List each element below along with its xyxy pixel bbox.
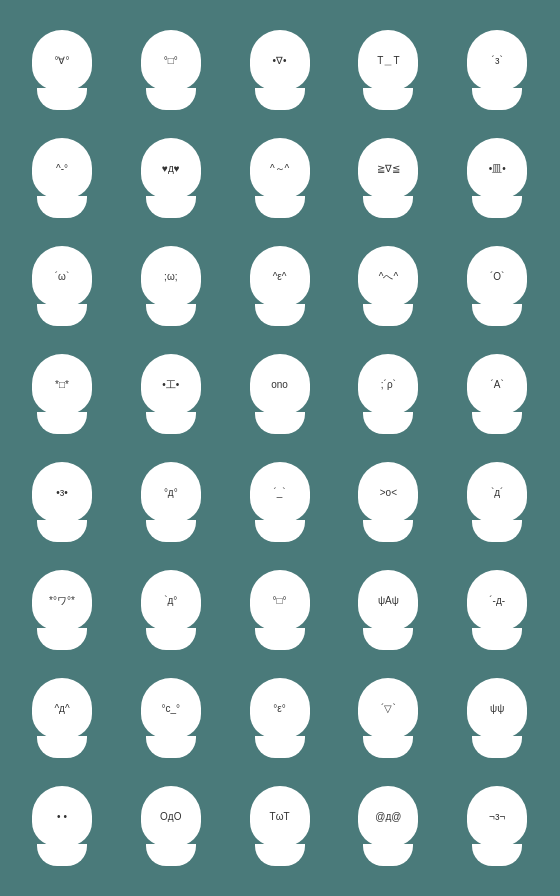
emoji-body [472, 196, 522, 218]
emoji-body [363, 88, 413, 110]
emoji-face-text: ψψ [490, 703, 504, 714]
list-item[interactable]: ψψ [445, 666, 549, 770]
emoji-face-text: *°ワ°* [49, 595, 75, 606]
emoji-body [37, 196, 87, 218]
emoji-face-text: ´з` [492, 55, 503, 66]
emoji-face-text: ^～^ [270, 163, 289, 174]
emoji-body [255, 412, 305, 434]
list-item[interactable]: ;ω; [119, 234, 223, 338]
list-item[interactable]: OдO [119, 774, 223, 878]
list-item[interactable]: °□° [228, 558, 332, 662]
emoji-body [255, 304, 305, 326]
list-item[interactable]: T＿T [336, 18, 440, 122]
emoji-body [146, 412, 196, 434]
list-item[interactable]: •з• [10, 450, 114, 554]
list-item[interactable]: ^へ^ [336, 234, 440, 338]
emoji-body [37, 520, 87, 542]
emoji-face-text: °□° [273, 595, 287, 606]
emoji-face-text: •皿• [489, 163, 506, 174]
emoji-body [472, 736, 522, 758]
list-item[interactable]: •∇• [228, 18, 332, 122]
emoji-face-text: °c_° [162, 703, 181, 714]
emoji-face-text: °□° [164, 55, 178, 66]
list-item[interactable]: •皿• [445, 126, 549, 230]
list-item[interactable]: ´_` [228, 450, 332, 554]
list-item[interactable]: ≧∇≦ [336, 126, 440, 230]
list-item[interactable]: ´ω` [10, 234, 114, 338]
list-item[interactable]: TωT [228, 774, 332, 878]
emoji-body [363, 412, 413, 434]
list-item[interactable]: ♥д♥ [119, 126, 223, 230]
emoji-body [363, 304, 413, 326]
emoji-body [37, 844, 87, 866]
list-item[interactable]: ^～^ [228, 126, 332, 230]
list-item[interactable]: ^ε^ [228, 234, 332, 338]
emoji-body [146, 736, 196, 758]
emoji-body [363, 520, 413, 542]
list-item[interactable]: *□* [10, 342, 114, 446]
emoji-face-text: T＿T [377, 55, 399, 66]
list-item[interactable]: ´O` [445, 234, 549, 338]
emoji-face-text: ^-° [56, 163, 68, 174]
emoji-face-text: ψAψ [378, 595, 399, 606]
list-item[interactable]: •工• [119, 342, 223, 446]
list-item[interactable]: °∀° [10, 18, 114, 122]
emoji-face-text: *□* [55, 379, 69, 390]
emoji-body [472, 520, 522, 542]
list-item[interactable]: ono [228, 342, 332, 446]
list-item[interactable]: °ε° [228, 666, 332, 770]
emoji-body [146, 196, 196, 218]
list-item[interactable]: >o< [336, 450, 440, 554]
emoji-body [472, 304, 522, 326]
list-item[interactable]: @д@ [336, 774, 440, 878]
emoji-body [146, 88, 196, 110]
list-item[interactable]: ´A` [445, 342, 549, 446]
emoji-body [146, 304, 196, 326]
emoji-body [37, 88, 87, 110]
emoji-body [37, 628, 87, 650]
emoji-body [363, 196, 413, 218]
emoji-face-text: ´_` [273, 487, 285, 498]
emoji-face-text: ´▽` [381, 703, 396, 714]
emoji-face-text: ¬з¬ [489, 811, 505, 822]
emoji-face-text: ´-д- [489, 595, 505, 606]
emoji-body [37, 304, 87, 326]
emoji-body [37, 412, 87, 434]
emoji-face-text: ono [271, 379, 288, 390]
list-item[interactable]: *°ワ°* [10, 558, 114, 662]
emoji-face-text: •工• [162, 379, 179, 390]
list-item[interactable]: ψAψ [336, 558, 440, 662]
emoji-face-text: ^д^ [54, 703, 69, 714]
list-item[interactable]: `д´ [445, 450, 549, 554]
emoji-grid: °∀°°□°•∇•T＿T´з`^-°♥д♥^～^≧∇≦•皿•´ω`;ω;^ε^^… [0, 8, 560, 888]
emoji-body [255, 628, 305, 650]
list-item[interactable]: ¬з¬ [445, 774, 549, 878]
emoji-face-text: `д´ [491, 487, 504, 498]
emoji-body [255, 736, 305, 758]
emoji-body [146, 844, 196, 866]
emoji-body [37, 736, 87, 758]
emoji-body [146, 520, 196, 542]
emoji-body [255, 844, 305, 866]
list-item[interactable]: ;´ρ` [336, 342, 440, 446]
list-item[interactable]: ^д^ [10, 666, 114, 770]
emoji-face-text: ^へ^ [379, 271, 398, 282]
emoji-face-text: •∇• [273, 55, 287, 66]
list-item[interactable]: • • [10, 774, 114, 878]
emoji-face-text: @д@ [375, 811, 401, 822]
list-item[interactable]: °□° [119, 18, 223, 122]
list-item[interactable]: ´▽` [336, 666, 440, 770]
emoji-body [363, 844, 413, 866]
list-item[interactable]: ´-д- [445, 558, 549, 662]
emoji-face-text: TωT [270, 811, 290, 822]
emoji-body [255, 520, 305, 542]
list-item[interactable]: ^-° [10, 126, 114, 230]
emoji-body [363, 628, 413, 650]
list-item[interactable]: °c_° [119, 666, 223, 770]
list-item[interactable]: ´з` [445, 18, 549, 122]
list-item[interactable]: °д° [119, 450, 223, 554]
emoji-face-text: ´ω` [55, 271, 69, 282]
emoji-face-text: ´A` [491, 379, 504, 390]
list-item[interactable]: `д° [119, 558, 223, 662]
emoji-body [255, 196, 305, 218]
